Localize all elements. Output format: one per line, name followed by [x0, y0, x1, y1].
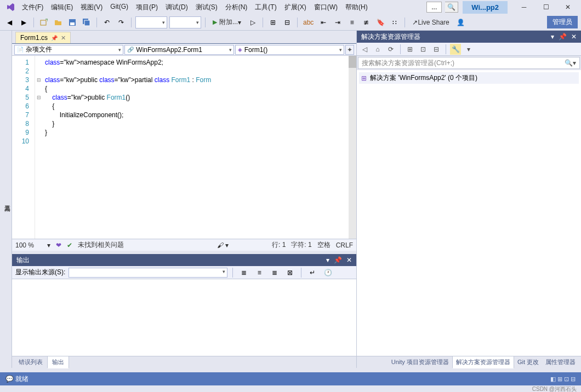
output-header[interactable]: 输出 ▾ 📌 ✕ [12, 254, 356, 266]
code-body[interactable]: class="kw">namespace WinFormsApp2;class=… [43, 56, 349, 239]
tab-unity[interactable]: Unity 项目资源管理器 [388, 356, 452, 368]
fold-column[interactable]: ⊟⊟ [35, 56, 43, 239]
spaces-label[interactable]: 空格 [317, 240, 331, 250]
nav-back-button[interactable]: ◀ [3, 16, 15, 28]
tab-sln[interactable]: 解决方案资源管理器 [452, 356, 514, 368]
brush-icon[interactable]: 🖌 ▾ [217, 241, 229, 249]
status-feedback-icon[interactable]: 💬 [5, 375, 14, 383]
output-toolbar: 显示输出来源(S): ≣ ≡ ≣ ⊠ ↵ 🕐 [12, 266, 356, 279]
editor-scrollbar[interactable] [349, 56, 356, 239]
save-button[interactable] [66, 16, 78, 28]
titlebar: 文件(F) 编辑(E) 视图(V) Git(G) 项目(P) 调试(D) 测试(… [0, 0, 581, 14]
solution-platform-combo[interactable] [169, 16, 201, 28]
output-wrap-icon[interactable]: ↵ [306, 267, 318, 279]
start-debug-label: 附加... [219, 18, 238, 27]
sln-showall-icon[interactable]: ⊞ [405, 44, 415, 55]
sln-sync-icon[interactable]: ⟳ [385, 44, 396, 55]
bookmark-icon[interactable]: 🔖 [374, 16, 386, 28]
open-file-button[interactable] [52, 16, 64, 28]
menu-git[interactable]: Git(G) [107, 1, 132, 14]
vs-logo-icon [5, 2, 15, 12]
menu-edit[interactable]: 编辑(E) [48, 1, 76, 14]
quick-launch-input[interactable]: ... [426, 2, 442, 13]
indent-right-icon[interactable]: ⇥ [332, 16, 344, 28]
nav-member-combo[interactable]: ◈Form1() [235, 45, 344, 55]
quick-launch-button[interactable]: 🔍 [445, 2, 458, 13]
editor-navbar: 📄杂项文件 🔗WinFormsApp2.Form1 ◈Form1() ✦ [12, 44, 356, 56]
nav-class-combo[interactable]: 🔗WinFormsApp2.Form1 [124, 45, 233, 55]
doc-tab-form1[interactable]: Form1.cs 📌 ✕ [15, 32, 71, 43]
sln-close-icon[interactable]: ✕ [571, 33, 577, 41]
sln-search-placeholder: 搜索解决方案资源管理器(Ctrl+;) [362, 59, 454, 68]
new-project-button[interactable] [38, 16, 50, 28]
sln-pin-icon[interactable]: 📌 [559, 33, 567, 41]
maximize-button[interactable]: ☐ [535, 1, 557, 13]
sln-properties-icon[interactable]: 🔧 [450, 44, 461, 55]
tab-output[interactable]: 输出 [47, 356, 69, 368]
output-clear-icon[interactable]: ⊠ [284, 267, 296, 279]
menu-help[interactable]: 帮助(H) [342, 1, 371, 14]
tab-gitchanges[interactable]: Git 更改 [514, 356, 542, 368]
close-button[interactable]: ✕ [557, 1, 579, 13]
indent-left-icon[interactable]: ⇤ [317, 16, 329, 28]
output-next-icon[interactable]: ≣ [269, 267, 281, 279]
tab-errorlist[interactable]: 错误列表 [14, 356, 47, 368]
sln-refresh-icon[interactable]: ⊡ [418, 44, 429, 55]
live-share-button[interactable]: ↗ Live Share [409, 19, 452, 26]
minimize-button[interactable]: ─ [513, 1, 535, 13]
tool-icon-2[interactable]: ⊟ [281, 16, 293, 28]
sln-header[interactable]: 解决方案资源管理器 ▾ 📌 ✕ [357, 31, 581, 43]
comment-icon[interactable]: ≡ [346, 16, 358, 28]
code-editor[interactable]: 12345678910 ⊟⊟ class="kw">namespace WinF… [12, 56, 356, 239]
solution-config-combo[interactable] [135, 16, 167, 28]
undo-button[interactable]: ↶ [101, 16, 113, 28]
format-icon[interactable]: ∷ [389, 16, 401, 28]
start-noprof-button[interactable]: ▷ [247, 16, 259, 28]
sln-more-icon[interactable]: ▾ [463, 44, 474, 55]
output-source-combo[interactable] [69, 268, 227, 278]
nav-fwd-button[interactable]: ▶ [18, 16, 30, 28]
eol-label[interactable]: CRLF [336, 241, 353, 249]
sln-root-node[interactable]: ⊞ 解决方案 'WinFormsApp2' (0 个项目) [359, 72, 579, 84]
menu-file[interactable]: 文件(F) [19, 1, 47, 14]
sln-collapse-icon[interactable]: ⊟ [431, 44, 442, 55]
split-editor-icon[interactable]: ✦ [345, 45, 354, 55]
search-icon[interactable]: 🔍▾ [565, 59, 576, 67]
start-debug-button[interactable]: ▶附加... ▾ [209, 18, 244, 27]
pin-icon[interactable]: 📌 [51, 35, 58, 41]
status-ready: 就绪 [15, 374, 29, 384]
menu-window[interactable]: 窗口(W) [311, 1, 341, 14]
output-body[interactable] [12, 279, 356, 356]
output-prev-icon[interactable]: ≡ [253, 267, 265, 279]
tool-icon-1[interactable]: ⊞ [267, 16, 279, 28]
tab-propmgr[interactable]: 属性管理器 [542, 356, 579, 368]
sln-dropdown-icon[interactable]: ▾ [551, 33, 554, 41]
output-goto-icon[interactable]: ≣ [238, 267, 250, 279]
admin-badge: 管理员 [547, 16, 578, 28]
close-tab-icon[interactable]: ✕ [61, 34, 66, 42]
panel-pin-icon[interactable]: 📌 [334, 256, 342, 264]
tool-abc-icon[interactable]: abc [301, 16, 315, 28]
sln-search-input[interactable]: 搜索解决方案资源管理器(Ctrl+;) 🔍▾ [358, 57, 580, 69]
panel-close-icon[interactable]: ✕ [346, 256, 352, 264]
menu-analyze[interactable]: 分析(N) [222, 1, 251, 14]
feedback-icon[interactable]: 👤 [455, 16, 467, 28]
menu-extensions[interactable]: 扩展(X) [281, 1, 310, 14]
sln-home-icon[interactable]: ⌂ [372, 44, 383, 55]
menu-test[interactable]: 测试(S) [192, 1, 221, 14]
zoom-combo[interactable]: 100 % [15, 241, 42, 249]
menu-view[interactable]: 视图(V) [77, 1, 106, 14]
output-time-icon[interactable]: 🕐 [322, 267, 334, 279]
save-all-button[interactable] [81, 16, 93, 28]
toolbox-rail[interactable]: 工具箱 [0, 31, 12, 368]
health-icon[interactable]: ❤ [56, 241, 61, 249]
nav-scope-combo[interactable]: 📄杂项文件 [14, 45, 123, 55]
sln-tree[interactable]: ⊞ 解决方案 'WinFormsApp2' (0 个项目) [357, 70, 581, 356]
menu-tools[interactable]: 工具(T) [252, 1, 280, 14]
redo-button[interactable]: ↷ [115, 16, 127, 28]
panel-dropdown-icon[interactable]: ▾ [326, 256, 329, 264]
uncomment-icon[interactable]: ≢ [360, 16, 372, 28]
sln-back-icon[interactable]: ◁ [359, 44, 370, 55]
menu-debug[interactable]: 调试(D) [162, 1, 191, 14]
menu-project[interactable]: 项目(P) [133, 1, 161, 14]
